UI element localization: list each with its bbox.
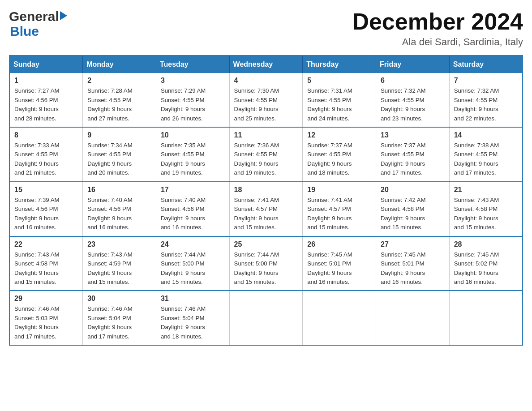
day-number: 18 [234,186,298,194]
calendar-cell: 12 Sunrise: 7:37 AM Sunset: 4:55 PM Dayl… [303,127,376,182]
day-info: Sunrise: 7:31 AM Sunset: 4:55 PM Dayligh… [307,86,371,123]
day-info: Sunrise: 7:28 AM Sunset: 4:55 PM Dayligh… [87,86,151,123]
day-of-week-header: Tuesday [156,56,229,73]
day-info: Sunrise: 7:38 AM Sunset: 4:55 PM Dayligh… [454,141,518,178]
logo-general-text: General [9,9,59,24]
calendar-cell: 31 Sunrise: 7:46 AM Sunset: 5:04 PM Dayl… [156,291,229,345]
day-info: Sunrise: 7:46 AM Sunset: 5:04 PM Dayligh… [161,304,225,341]
day-number: 2 [87,77,151,85]
day-number: 7 [454,77,518,85]
calendar-header-row: SundayMondayTuesdayWednesdayThursdayFrid… [9,56,523,73]
day-number: 16 [87,186,151,194]
calendar-cell: 8 Sunrise: 7:33 AM Sunset: 4:55 PM Dayli… [9,127,83,182]
day-info: Sunrise: 7:43 AM Sunset: 4:58 PM Dayligh… [454,196,518,232]
calendar-cell: 14 Sunrise: 7:38 AM Sunset: 4:55 PM Dayl… [449,127,523,182]
day-number: 1 [14,77,78,85]
calendar-cell: 3 Sunrise: 7:29 AM Sunset: 4:55 PM Dayli… [156,73,229,127]
day-number: 11 [234,131,298,139]
day-number: 26 [307,240,371,248]
location-title: Ala dei Sardi, Sardinia, Italy [352,36,523,48]
calendar-cell: 27 Sunrise: 7:45 AM Sunset: 5:01 PM Dayl… [376,236,450,291]
calendar-cell [449,291,523,345]
day-number: 25 [234,240,298,248]
calendar-cell: 5 Sunrise: 7:31 AM Sunset: 4:55 PM Dayli… [303,73,376,127]
day-number: 15 [14,186,78,194]
calendar-cell: 29 Sunrise: 7:46 AM Sunset: 5:03 PM Dayl… [9,291,83,345]
logo-arrow-icon [60,11,67,20]
calendar-cell: 18 Sunrise: 7:41 AM Sunset: 4:57 PM Dayl… [229,182,303,236]
day-info: Sunrise: 7:45 AM Sunset: 5:02 PM Dayligh… [454,250,518,287]
logo-blue-text: Blue [10,24,67,39]
calendar-cell [229,291,303,345]
day-info: Sunrise: 7:37 AM Sunset: 4:55 PM Dayligh… [381,141,445,178]
day-number: 13 [381,131,445,139]
day-number: 20 [381,186,445,194]
day-number: 23 [87,240,151,248]
day-number: 27 [381,240,445,248]
day-of-week-header: Thursday [303,56,376,73]
day-number: 29 [14,295,78,303]
day-number: 19 [307,186,371,194]
day-number: 17 [161,186,225,194]
day-of-week-header: Saturday [449,56,523,73]
day-number: 9 [87,131,151,139]
calendar-cell: 26 Sunrise: 7:45 AM Sunset: 5:01 PM Dayl… [303,236,376,291]
calendar-cell: 2 Sunrise: 7:28 AM Sunset: 4:55 PM Dayli… [83,73,156,127]
day-number: 14 [454,131,518,139]
day-number: 12 [307,131,371,139]
day-number: 8 [14,131,78,139]
calendar-week-row: 8 Sunrise: 7:33 AM Sunset: 4:55 PM Dayli… [9,127,523,182]
day-info: Sunrise: 7:44 AM Sunset: 5:00 PM Dayligh… [234,250,298,287]
day-info: Sunrise: 7:41 AM Sunset: 4:57 PM Dayligh… [234,196,298,232]
day-info: Sunrise: 7:42 AM Sunset: 4:58 PM Dayligh… [381,196,445,232]
calendar-cell: 25 Sunrise: 7:44 AM Sunset: 5:00 PM Dayl… [229,236,303,291]
calendar-cell: 1 Sunrise: 7:27 AM Sunset: 4:56 PM Dayli… [9,73,83,127]
day-info: Sunrise: 7:43 AM Sunset: 4:58 PM Dayligh… [14,250,78,287]
day-info: Sunrise: 7:40 AM Sunset: 4:56 PM Dayligh… [87,196,151,232]
title-block: December 2024 Ala dei Sardi, Sardinia, I… [352,9,523,48]
calendar-cell: 10 Sunrise: 7:35 AM Sunset: 4:55 PM Dayl… [156,127,229,182]
day-info: Sunrise: 7:45 AM Sunset: 5:01 PM Dayligh… [307,250,371,287]
day-info: Sunrise: 7:30 AM Sunset: 4:55 PM Dayligh… [234,86,298,123]
day-info: Sunrise: 7:41 AM Sunset: 4:57 PM Dayligh… [307,196,371,232]
month-title: December 2024 [352,9,523,34]
calendar-cell: 4 Sunrise: 7:30 AM Sunset: 4:55 PM Dayli… [229,73,303,127]
day-info: Sunrise: 7:35 AM Sunset: 4:55 PM Dayligh… [161,141,225,178]
day-info: Sunrise: 7:37 AM Sunset: 4:55 PM Dayligh… [307,141,371,178]
day-of-week-header: Wednesday [229,56,303,73]
day-number: 3 [161,77,225,85]
day-info: Sunrise: 7:39 AM Sunset: 4:56 PM Dayligh… [14,196,78,232]
calendar-cell: 6 Sunrise: 7:32 AM Sunset: 4:55 PM Dayli… [376,73,450,127]
day-info: Sunrise: 7:45 AM Sunset: 5:01 PM Dayligh… [381,250,445,287]
page-header: General Blue December 2024 Ala dei Sardi… [9,9,523,48]
day-number: 24 [161,240,225,248]
calendar-cell: 9 Sunrise: 7:34 AM Sunset: 4:55 PM Dayli… [83,127,156,182]
day-info: Sunrise: 7:46 AM Sunset: 5:04 PM Dayligh… [87,304,151,341]
day-of-week-header: Friday [376,56,450,73]
day-number: 30 [87,295,151,303]
calendar-cell: 28 Sunrise: 7:45 AM Sunset: 5:02 PM Dayl… [449,236,523,291]
calendar-cell: 22 Sunrise: 7:43 AM Sunset: 4:58 PM Dayl… [9,236,83,291]
calendar-week-row: 22 Sunrise: 7:43 AM Sunset: 4:58 PM Dayl… [9,236,523,291]
day-number: 28 [454,240,518,248]
logo: General Blue [9,9,67,39]
day-info: Sunrise: 7:29 AM Sunset: 4:55 PM Dayligh… [161,86,225,123]
day-number: 10 [161,131,225,139]
day-info: Sunrise: 7:43 AM Sunset: 4:59 PM Dayligh… [87,250,151,287]
day-info: Sunrise: 7:34 AM Sunset: 4:55 PM Dayligh… [87,141,151,178]
calendar-cell: 15 Sunrise: 7:39 AM Sunset: 4:56 PM Dayl… [9,182,83,236]
day-of-week-header: Monday [83,56,156,73]
calendar-table: SundayMondayTuesdayWednesdayThursdayFrid… [9,55,523,346]
calendar-cell: 24 Sunrise: 7:44 AM Sunset: 5:00 PM Dayl… [156,236,229,291]
calendar-cell: 20 Sunrise: 7:42 AM Sunset: 4:58 PM Dayl… [376,182,450,236]
calendar-cell: 21 Sunrise: 7:43 AM Sunset: 4:58 PM Dayl… [449,182,523,236]
calendar-week-row: 15 Sunrise: 7:39 AM Sunset: 4:56 PM Dayl… [9,182,523,236]
day-number: 5 [307,77,371,85]
day-info: Sunrise: 7:46 AM Sunset: 5:03 PM Dayligh… [14,304,78,341]
calendar-cell [303,291,376,345]
calendar-cell: 30 Sunrise: 7:46 AM Sunset: 5:04 PM Dayl… [83,291,156,345]
calendar-cell: 7 Sunrise: 7:32 AM Sunset: 4:55 PM Dayli… [449,73,523,127]
day-number: 21 [454,186,518,194]
day-info: Sunrise: 7:44 AM Sunset: 5:00 PM Dayligh… [161,250,225,287]
day-number: 4 [234,77,298,85]
